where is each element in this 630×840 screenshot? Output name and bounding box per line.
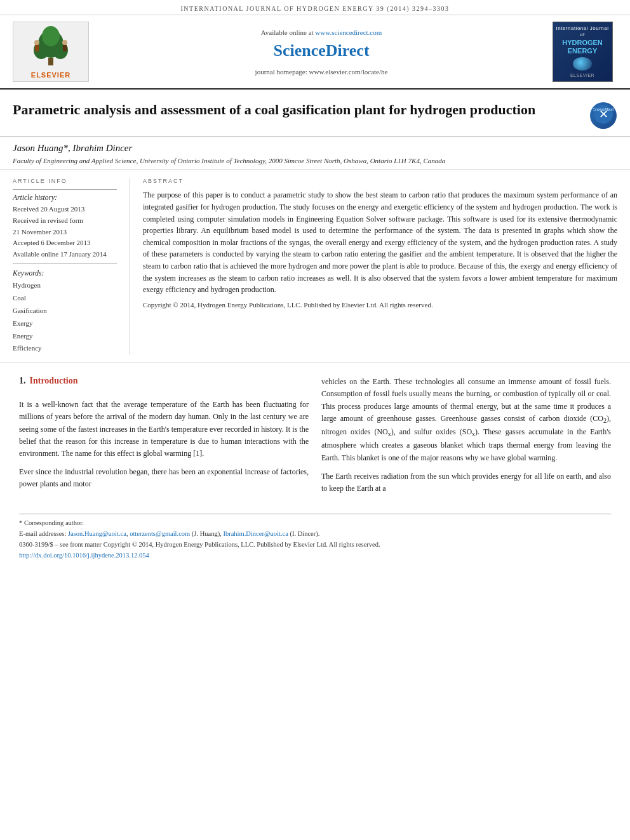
article-title-section: Parametric analysis and assessment of a … — [0, 90, 630, 137]
article-info-abstract-section: Article Info Article history: Received 2… — [0, 170, 630, 363]
body-left-column: 1. Introduction It is a well-known fact … — [19, 376, 309, 501]
crossmark-symbol: ✕ CrossMark — [593, 104, 613, 127]
svg-rect-6 — [35, 45, 39, 51]
sciencedirect-info: Available online at www.sciencedirect.co… — [95, 22, 547, 82]
body-right-column: vehicles on the Earth. These technologie… — [321, 376, 611, 501]
svg-text:CrossMark: CrossMark — [593, 107, 613, 112]
email-addresses: E-mail addresses: Jason.Huang@uoit.ca, o… — [19, 529, 611, 540]
right-paragraph-1: vehicles on the Earth. These technologie… — [321, 376, 611, 464]
authors-section: Jason Huang*, Ibrahim Dincer Faculty of … — [0, 137, 630, 170]
sciencedirect-url[interactable]: www.sciencedirect.com — [315, 29, 382, 36]
abstract-label: Abstract — [143, 178, 617, 184]
accepted-date: Accepted 6 December 2013 — [13, 237, 117, 249]
journal-homepage-text: journal homepage: www.elsevier.com/locat… — [255, 68, 388, 76]
info-divider — [13, 189, 117, 190]
journal-header-bar: International Journal of Hydrogen Energy… — [0, 0, 630, 15]
available-date: Available online 17 January 2014 — [13, 249, 117, 260]
svg-rect-0 — [48, 58, 53, 65]
crossmark-svg: ✕ CrossMark — [593, 104, 613, 124]
corresponding-author-note: * Corresponding author. — [19, 518, 611, 529]
journal-title: International Journal of Hydrogen Energy… — [180, 5, 449, 12]
journal-logo-line1: International Journal of — [556, 25, 609, 39]
issn-text: 0360-3199/$ – see front matter Copyright… — [19, 540, 611, 550]
available-online-text: Available online at www.sciencedirect.co… — [261, 29, 382, 36]
copyright-text: Copyright © 2014, Hydrogen Energy Public… — [143, 300, 617, 310]
journal-logo-circle-icon — [573, 57, 592, 70]
article-info-label: Article Info — [13, 178, 117, 184]
svg-point-7 — [62, 40, 67, 45]
svg-rect-8 — [63, 45, 67, 51]
journal-logo-title: HYDROGENENERGY — [562, 39, 603, 55]
elsevier-logo-area: ELSEVIER — [6, 22, 95, 82]
body-content: 1. Introduction It is a well-known fact … — [19, 376, 611, 501]
keywords-divider — [13, 263, 117, 264]
elsevier-tree-icon — [25, 25, 76, 66]
abstract-text: The purpose of this paper is to conduct … — [143, 189, 617, 295]
footnote-section: * Corresponding author. E-mail addresses… — [19, 514, 611, 561]
article-title: Parametric analysis and assessment of a … — [13, 101, 579, 119]
introduction-heading: Introduction — [30, 376, 78, 386]
revised-label: Received in revised form — [13, 215, 117, 227]
journal-logo-bottom: ELSEVIER — [570, 72, 594, 78]
abstract-column: Abstract The purpose of this paper is to… — [130, 178, 617, 355]
intro-paragraph-1: It is a well-known fact that the average… — [19, 399, 309, 460]
received-date: Received 20 August 2013 — [13, 204, 117, 215]
authors-affiliation: Faculty of Engineering and Applied Scien… — [13, 156, 617, 166]
authors-names: Jason Huang*, Ibrahim Dincer — [13, 143, 617, 154]
journal-logo: International Journal of HYDROGENENERGY … — [553, 22, 613, 82]
doi-text: http://dx.doi.org/10.1016/j.ijhydene.201… — [19, 550, 611, 561]
crossmark-badge: ✕ CrossMark — [589, 101, 617, 130]
email-link-1[interactable]: Jason.Huang@uoit.ca — [68, 530, 126, 537]
doi-link[interactable]: http://dx.doi.org/10.1016/j.ijhydene.201… — [19, 552, 149, 559]
keywords-title: Keywords: — [13, 269, 117, 277]
sciencedirect-brand: ScienceDirect — [273, 41, 369, 60]
email-link-3[interactable]: Ibrahim.Dincer@uoit.ca — [223, 530, 288, 537]
publisher-header: ELSEVIER Available online at www.science… — [0, 15, 630, 90]
email-link-2[interactable]: otterzents@gmail.com — [130, 530, 190, 537]
section-number: 1. — [19, 376, 26, 386]
crossmark-icon: ✕ CrossMark — [590, 102, 617, 129]
revised-date: 21 November 2013 — [13, 227, 117, 238]
keyword-gasification: Gasification — [13, 305, 117, 317]
keyword-hydrogen: Hydrogen — [13, 279, 117, 292]
elsevier-logo: ELSEVIER — [13, 22, 89, 82]
article-history-title: Article history: — [13, 194, 117, 201]
right-paragraph-2: The Earth receives radiation from the su… — [321, 470, 611, 495]
article-info-column: Article Info Article history: Received 2… — [13, 178, 130, 355]
svg-point-4 — [42, 26, 60, 46]
svg-point-5 — [34, 40, 39, 45]
keyword-exergy: Exergy — [13, 317, 117, 330]
keyword-efficiency: Efficiency — [13, 342, 117, 355]
keyword-energy: Energy — [13, 330, 117, 343]
intro-paragraph-2: Ever since the industrial revolution beg… — [19, 466, 309, 490]
introduction-heading-row: 1. Introduction — [19, 376, 309, 392]
elsevier-brand-text: ELSEVIER — [31, 71, 70, 79]
body-section: 1. Introduction It is a well-known fact … — [0, 363, 630, 573]
keyword-coal: Coal — [13, 292, 117, 305]
journal-logo-area: International Journal of HYDROGENENERGY … — [547, 22, 617, 82]
